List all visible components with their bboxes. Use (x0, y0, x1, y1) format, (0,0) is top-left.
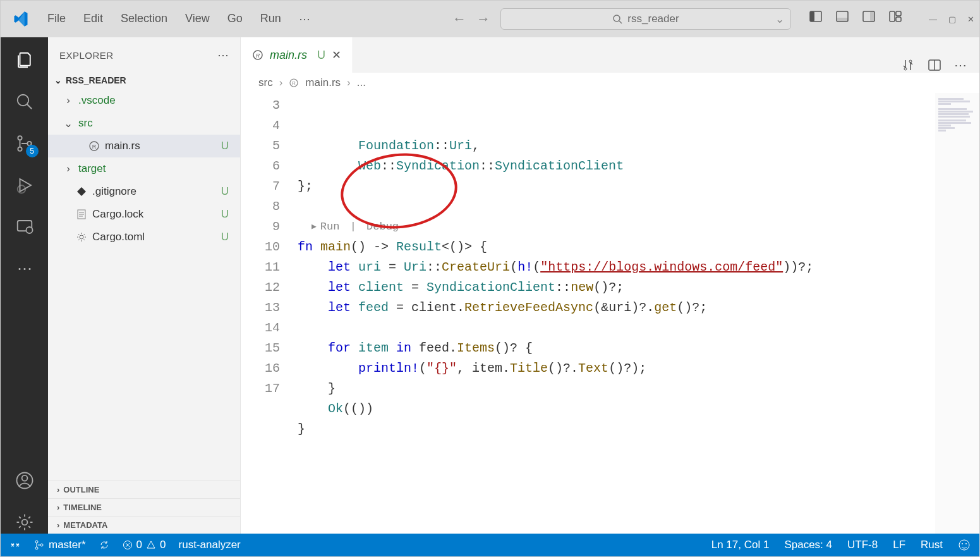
account-icon[interactable] (13, 469, 36, 492)
codelens-debug[interactable]: Debug (366, 217, 399, 237)
tree-item-src[interactable]: ⌄src (48, 112, 240, 135)
source-control-icon[interactable]: 5 (13, 132, 36, 155)
minimize-icon[interactable]: — (929, 15, 937, 24)
tree-item--gitignore[interactable]: .gitignoreU (48, 180, 240, 203)
svg-rect-3 (810, 11, 814, 21)
status-bar: master* 0 0 rust-analyzer Ln 17, Col 1 S… (1, 534, 979, 556)
chevron-right-icon: › (57, 503, 59, 512)
tree-item-Cargo-toml[interactable]: Cargo.tomlU (48, 226, 240, 248)
code-line[interactable]: } (298, 419, 979, 439)
encoding[interactable]: UTF-8 (847, 539, 878, 551)
code-line[interactable]: } (298, 379, 979, 399)
toggle-panel-icon[interactable] (835, 9, 854, 28)
file-icon: R (88, 140, 100, 152)
status-indicator: U (221, 208, 229, 221)
svg-text:R: R (292, 80, 296, 86)
code-line[interactable]: Foundation::Uri, (298, 136, 979, 156)
compare-changes-icon[interactable] (901, 58, 915, 72)
sync-icon[interactable] (99, 539, 110, 551)
indentation[interactable]: Spaces: 4 (784, 539, 832, 551)
nav-arrows: ← → rss_reader ⌄ — ▢ ✕ (452, 8, 974, 30)
menu-run[interactable]: Run (260, 12, 281, 26)
sidebar-root[interactable]: ⌄ RSS_READER (48, 73, 240, 88)
code-line[interactable]: Web::Syndication::SyndicationClient (298, 156, 979, 176)
code-line[interactable]: for item in feed.Items()? { (298, 338, 979, 358)
code-line[interactable]: let feed = client.RetrieveFeedAsync(&uri… (298, 298, 979, 318)
feedback-icon[interactable] (958, 539, 971, 551)
nav-forward-icon[interactable]: → (476, 11, 490, 27)
split-editor-icon[interactable] (928, 58, 941, 72)
editor[interactable]: 34567891011121314151617 Foundation::Uri,… (241, 93, 979, 534)
run-debug-icon[interactable] (13, 174, 36, 197)
tab-main-rs[interactable]: R main.rs U ✕ (241, 37, 353, 73)
code-line[interactable] (298, 439, 979, 460)
outline-section[interactable]: ›OUTLINE (48, 480, 240, 498)
metadata-section[interactable]: ›METADATA (48, 516, 240, 534)
tree-item-Cargo-lock[interactable]: Cargo.lockU (48, 203, 240, 226)
code-content[interactable]: Foundation::Uri, Web::Syndication::Syndi… (298, 93, 979, 534)
lsp-status[interactable]: rust-analyzer (179, 539, 241, 551)
code-line[interactable]: }; (298, 176, 979, 197)
tree-item--vscode[interactable]: ›.vscode (48, 89, 240, 112)
more-icon[interactable]: ⋯ (13, 257, 36, 280)
customize-layout-icon[interactable] (888, 9, 907, 28)
code-line[interactable] (298, 197, 979, 217)
explorer-icon[interactable] (13, 49, 36, 71)
codelens-run[interactable]: Run (320, 217, 340, 237)
code-line[interactable]: Ok(()) (298, 399, 979, 419)
breadcrumb-file[interactable]: main.rs (305, 77, 341, 89)
svg-point-28 (80, 235, 83, 239)
svg-point-38 (35, 547, 38, 549)
search-activity-icon[interactable] (13, 90, 36, 113)
editor-tabs: R main.rs U ✕ ⋯ (241, 37, 979, 73)
tree-item-main-rs[interactable]: Rmain.rsU (48, 135, 240, 157)
eol[interactable]: LF (893, 539, 905, 551)
menu-more[interactable]: ⋯ (299, 12, 310, 26)
tab-label: main.rs (270, 49, 307, 62)
breadcrumb-more[interactable]: ... (357, 77, 366, 89)
code-line[interactable]: println!("{}", item.Title()?.Text()?); (298, 358, 979, 379)
toggle-secondary-sidebar-icon[interactable] (862, 9, 881, 28)
problems[interactable]: 0 0 (123, 539, 166, 551)
remote-indicator[interactable] (9, 539, 21, 551)
code-line[interactable]: fn main() -> Result<()> { (298, 237, 979, 257)
rust-icon: R (252, 49, 263, 61)
maximize-icon[interactable]: ▢ (948, 15, 956, 24)
chevron-down-icon: ⌄ (54, 75, 62, 85)
sidebar-more-icon[interactable]: ⋯ (217, 48, 229, 62)
menu-go[interactable]: Go (227, 12, 243, 26)
menu-file[interactable]: File (47, 12, 66, 26)
chevron-icon: ⌄ (63, 117, 73, 130)
status-indicator: U (221, 231, 229, 243)
cursor-position[interactable]: Ln 17, Col 1 (711, 539, 770, 551)
language-mode[interactable]: Rust (921, 539, 943, 551)
remote-explorer-icon[interactable] (13, 216, 36, 238)
git-branch[interactable]: master* (33, 539, 86, 551)
command-center[interactable]: rss_reader ⌄ (500, 8, 791, 30)
breadcrumbs[interactable]: src › R main.rs › ... (241, 73, 979, 93)
titlebar: File Edit Selection View Go Run ⋯ ← → rs… (1, 1, 979, 37)
svg-point-21 (21, 520, 27, 525)
close-icon[interactable]: ✕ (967, 15, 974, 24)
tree-item-label: main.rs (105, 140, 140, 152)
codelens: ▶ Run | Debug (298, 217, 979, 237)
code-line[interactable]: let client = SyndicationClient::new()?; (298, 278, 979, 298)
svg-rect-7 (870, 11, 874, 21)
code-line[interactable]: let uri = Uri::CreateUri(h!("https://blo… (298, 257, 979, 278)
minimap[interactable] (935, 93, 979, 534)
vscode-logo-icon (12, 10, 30, 28)
menu-view[interactable]: View (185, 12, 210, 26)
tree-item-target[interactable]: ›target (48, 157, 240, 180)
code-line[interactable] (298, 318, 979, 338)
tree-item-label: target (78, 162, 106, 175)
editor-more-icon[interactable]: ⋯ (954, 58, 967, 73)
toggle-primary-sidebar-icon[interactable] (809, 9, 828, 28)
tab-close-icon[interactable]: ✕ (332, 48, 341, 62)
scm-badge: 5 (26, 145, 39, 157)
menu-edit[interactable]: Edit (83, 12, 103, 26)
settings-gear-icon[interactable] (13, 511, 36, 534)
timeline-section[interactable]: ›TIMELINE (48, 498, 240, 516)
nav-back-icon[interactable]: ← (452, 11, 466, 27)
menu-selection[interactable]: Selection (121, 12, 167, 26)
breadcrumb-src[interactable]: src (258, 77, 273, 89)
